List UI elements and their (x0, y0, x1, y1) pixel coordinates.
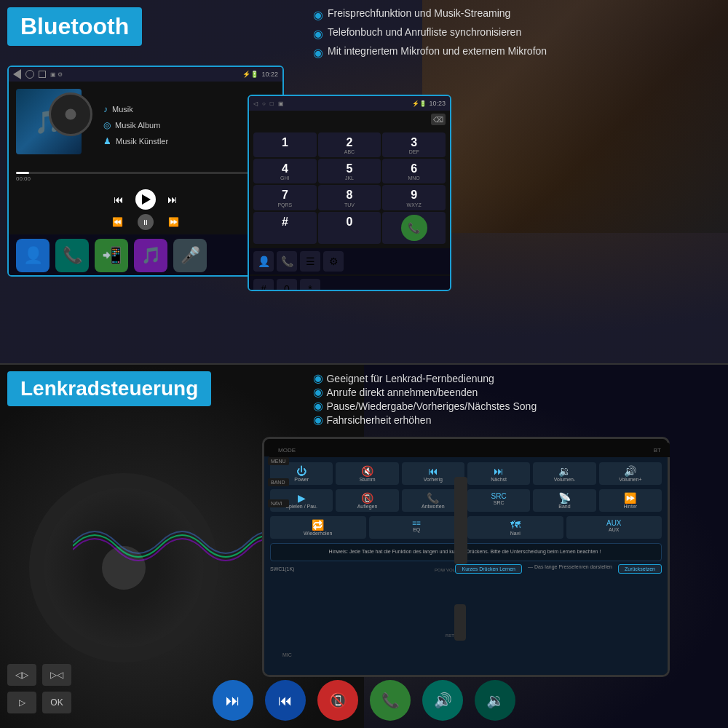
vinyl-record (49, 92, 92, 136)
dial-key-4[interactable]: 4 GHI (253, 159, 317, 183)
car-btn-mute[interactable]: 🔇 Stumm (336, 462, 398, 485)
phone-answer-button[interactable]: 📞 (370, 680, 411, 721)
dial-key-9[interactable]: 9 WXYZ (382, 185, 446, 210)
dial-key-3[interactable]: 3 DEF (382, 132, 446, 157)
bullet-3: ◉ (313, 46, 323, 60)
learn-button[interactable]: Kurzes Drücken Lernen (455, 564, 522, 574)
steering-btn-left2[interactable]: ▷ (7, 692, 36, 713)
repeat-icon: 🔁 (272, 519, 365, 531)
side-knob-right[interactable] (454, 604, 466, 641)
reset-button[interactable]: Zurücksetzen (618, 564, 662, 574)
dial-status-bar: ◁ ○ □ ▣ ⚡🔋 10:23 (249, 96, 450, 111)
car-btn-hangup[interactable]: 📵 Auflegen (336, 489, 398, 512)
pause-button[interactable]: ⏸ (138, 214, 154, 230)
next-track-button[interactable]: ⏭ (213, 680, 253, 721)
feature-item-2: ◉ Telefonbuch und Anrufliste synchronisi… (313, 26, 721, 41)
dialpad-bottom-icons-2: # 0 * (249, 276, 450, 291)
car-btn-back[interactable]: ⏩ Hinter (599, 489, 662, 512)
s-bullet-1: ◉ (313, 372, 323, 384)
car-btn-repeat[interactable]: 🔁 Wiederholen (270, 516, 366, 539)
skip-forward-icon[interactable]: ⏭ (167, 194, 178, 205)
vol-down-button[interactable]: 🔉 (475, 680, 515, 721)
steering-feature-3: ◉ Pause/Wiedergabe/Vorheriges/Nächstes S… (313, 399, 721, 413)
contacts-icon-btn[interactable]: 👤 (16, 239, 50, 272)
steering-btn-row-2: ▷ OK (7, 692, 71, 713)
pow-vol-label: POW VOL (435, 568, 455, 572)
fast-forward-icon[interactable]: ⏩ (168, 217, 179, 227)
car-btn-next[interactable]: ⏭ Nächst (467, 462, 530, 485)
next-track-icon: ⏭ (226, 692, 240, 709)
dial-recent-icon[interactable]: □ (270, 100, 274, 107)
mic-bottom-label: MIC (282, 652, 292, 657)
next-icon: ⏭ (469, 465, 529, 477)
dial-key-6[interactable]: 6 MNO (382, 159, 446, 183)
call-button[interactable]: 📞 (401, 215, 427, 241)
steering-button-panel: ◁▷ ▷◁ ▷ OK (7, 664, 71, 713)
mic-icon-btn[interactable]: 🎤 (173, 239, 207, 272)
steering-features: ◉ Geeignet für Lenkrad-Fernbedienung ◉ A… (313, 371, 721, 427)
dial-key-2[interactable]: 2 ABC (318, 132, 381, 157)
steering-btn-row-1: ◁▷ ▷◁ (7, 664, 71, 686)
bluetooth-section: Bluetooth ◉ Freisprechfunktion und Musik… (0, 0, 728, 364)
dialpad-hash-icon[interactable]: # (253, 279, 274, 291)
steering-btn-ok[interactable]: OK (42, 692, 71, 713)
section-divider (0, 363, 728, 365)
dial-key-hash[interactable]: # (253, 212, 317, 244)
steering-btn-right1[interactable]: ▷◁ (42, 664, 71, 686)
phone-answer-icon: 📞 (381, 692, 400, 709)
dial-key-1[interactable]: 1 (253, 132, 317, 157)
call-log-icon-btn[interactable]: 📞 (55, 239, 89, 272)
src-icon: SRC (469, 492, 529, 500)
music-icon-btn[interactable]: 🎵 (134, 239, 167, 272)
music-artist-item: ♟ Musik Künstler (103, 136, 168, 146)
dialpad-settings-icon[interactable]: ⚙ (323, 251, 344, 272)
bullet-2: ◉ (313, 27, 323, 41)
skip-back-icon[interactable]: ⏮ (114, 194, 124, 205)
navi-label[interactable]: NAVI (268, 499, 289, 507)
dial-key-0[interactable]: 0 (318, 212, 381, 244)
car-bottom-buttons: SWC1(1K) Kurzes Drücken Lernen — Das lan… (270, 564, 662, 574)
dial-back-icon[interactable]: ◁ (253, 100, 258, 107)
menu-label[interactable]: MENU (268, 457, 289, 465)
band-icon: 📡 (534, 492, 594, 504)
dialpad-call-icon[interactable]: 📞 (277, 251, 297, 272)
vol-down-icon: 🔉 (534, 465, 594, 477)
back-icon[interactable] (13, 69, 21, 79)
contacts-icon: 👤 (23, 246, 43, 265)
car-btn-eq[interactable]: ≡≡ EQ (369, 516, 465, 539)
progress-section: 00:00 01:00 (9, 169, 282, 185)
home-icon[interactable] (25, 70, 34, 79)
dial-home-icon[interactable]: ○ (262, 100, 266, 107)
car-btn-aux[interactable]: AUX AUX (566, 516, 662, 539)
side-knob[interactable] (454, 477, 467, 564)
zero-icon: 0 (284, 283, 290, 291)
dialpad-contact-icon[interactable]: 👤 (253, 251, 274, 272)
vol-up-button[interactable]: 🔊 (422, 680, 463, 721)
dialpad-star-icon[interactable]: * (300, 279, 320, 291)
prev-track-button[interactable]: ⏮ (265, 680, 306, 721)
progress-fill (16, 172, 29, 174)
car-btn-vol-up[interactable]: 🔊 Volumen+ (599, 462, 662, 485)
mode-bt-bar: MODE BT (269, 443, 670, 457)
hangup-icon: 📵 (337, 492, 397, 504)
dial-key-7[interactable]: 7 PQRS (253, 185, 317, 210)
play-button[interactable] (135, 189, 156, 210)
car-btn-src[interactable]: SRC SRC (467, 489, 530, 512)
band-label[interactable]: BAND (268, 478, 289, 486)
recent-icon[interactable] (39, 71, 46, 78)
delete-button[interactable]: ⌫ (431, 114, 446, 125)
steering-btn-left1[interactable]: ◁▷ (7, 664, 36, 686)
dialpad-menu-icon[interactable]: ☰ (300, 251, 320, 272)
contact-icon: 👤 (258, 256, 270, 267)
dialpad-0-icon[interactable]: 0 (277, 279, 297, 291)
car-btn-band[interactable]: 📡 Band (533, 489, 596, 512)
car-btn-vol-down[interactable]: 🔉 Volumen- (533, 462, 596, 485)
progress-bar[interactable] (16, 172, 275, 174)
car-btn-navi[interactable]: 🗺 Navi (467, 516, 563, 539)
rewind-icon[interactable]: ⏪ (112, 217, 123, 227)
phone-icon-btn[interactable]: 📲 (95, 239, 128, 272)
dial-key-8[interactable]: 8 TUV (318, 185, 381, 210)
phone-end-button[interactable]: 📵 (317, 680, 358, 721)
dial-key-5[interactable]: 5 JKL (318, 159, 381, 183)
steering-section: ◁▷ ▷◁ ▷ OK Lenkradsteuerung ◉ Geeignet f… (0, 364, 728, 728)
